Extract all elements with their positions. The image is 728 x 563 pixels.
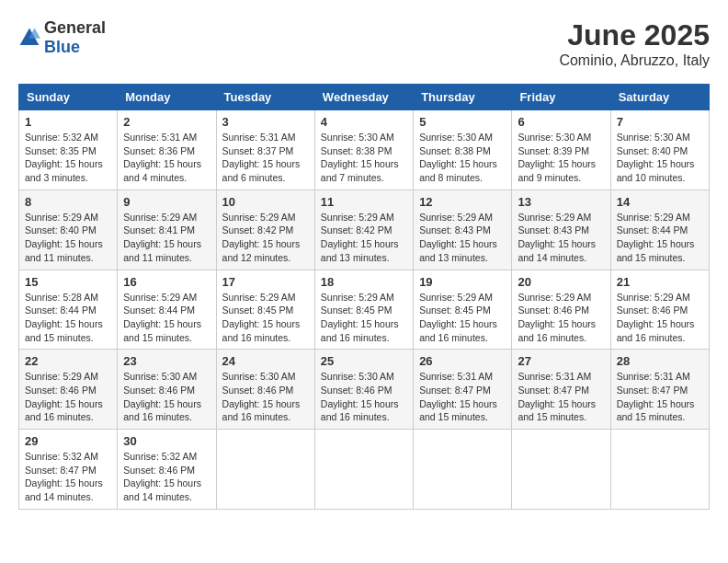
cell-content: 28 Sunrise: 5:31 AMSunset: 8:47 PMDaylig… bbox=[617, 354, 703, 424]
calendar-cell: 10 Sunrise: 5:29 AMSunset: 8:42 PMDaylig… bbox=[216, 190, 314, 270]
day-number: 20 bbox=[518, 275, 604, 289]
cell-content: 16 Sunrise: 5:29 AMSunset: 8:44 PMDaylig… bbox=[123, 275, 210, 345]
column-header-sunday: Sunday bbox=[19, 85, 118, 110]
cell-content: 25 Sunrise: 5:30 AMSunset: 8:46 PMDaylig… bbox=[321, 354, 407, 424]
cell-content: 29 Sunrise: 5:32 AMSunset: 8:47 PMDaylig… bbox=[25, 434, 111, 504]
calendar-cell: 2 Sunrise: 5:31 AMSunset: 8:36 PMDayligh… bbox=[118, 110, 216, 190]
logo-blue: Blue bbox=[44, 38, 80, 56]
cell-details: Sunrise: 5:29 AMSunset: 8:40 PMDaylight:… bbox=[25, 211, 111, 265]
cell-content: 24 Sunrise: 5:30 AMSunset: 8:46 PMDaylig… bbox=[222, 354, 309, 424]
cell-content: 8 Sunrise: 5:29 AMSunset: 8:40 PMDayligh… bbox=[25, 195, 111, 265]
calendar-cell: 7 Sunrise: 5:30 AMSunset: 8:40 PMDayligh… bbox=[610, 110, 709, 190]
cell-content: 7 Sunrise: 5:30 AMSunset: 8:40 PMDayligh… bbox=[617, 115, 703, 185]
cell-content: 10 Sunrise: 5:29 AMSunset: 8:42 PMDaylig… bbox=[222, 195, 309, 265]
cell-details: Sunrise: 5:29 AMSunset: 8:43 PMDaylight:… bbox=[518, 211, 604, 265]
calendar-cell: 5 Sunrise: 5:30 AMSunset: 8:38 PMDayligh… bbox=[414, 110, 512, 190]
day-number: 10 bbox=[222, 195, 309, 209]
day-number: 7 bbox=[617, 115, 703, 129]
calendar-cell: 6 Sunrise: 5:30 AMSunset: 8:39 PMDayligh… bbox=[512, 110, 610, 190]
calendar-cell: 11 Sunrise: 5:29 AMSunset: 8:42 PMDaylig… bbox=[314, 190, 413, 270]
day-number: 27 bbox=[518, 354, 604, 368]
cell-details: Sunrise: 5:29 AMSunset: 8:45 PMDaylight:… bbox=[419, 291, 506, 345]
cell-content: 18 Sunrise: 5:29 AMSunset: 8:45 PMDaylig… bbox=[321, 275, 407, 345]
day-number: 18 bbox=[321, 275, 407, 289]
cell-details: Sunrise: 5:30 AMSunset: 8:39 PMDaylight:… bbox=[518, 131, 604, 185]
calendar-cell: 20 Sunrise: 5:29 AMSunset: 8:46 PMDaylig… bbox=[512, 270, 610, 350]
cell-details: Sunrise: 5:29 AMSunset: 8:45 PMDaylight:… bbox=[321, 291, 407, 345]
calendar-cell: 28 Sunrise: 5:31 AMSunset: 8:47 PMDaylig… bbox=[610, 350, 709, 430]
calendar-week-row: 1 Sunrise: 5:32 AMSunset: 8:35 PMDayligh… bbox=[19, 110, 710, 190]
calendar-cell: 24 Sunrise: 5:30 AMSunset: 8:46 PMDaylig… bbox=[216, 350, 314, 430]
calendar-cell: 17 Sunrise: 5:29 AMSunset: 8:45 PMDaylig… bbox=[216, 270, 314, 350]
calendar-cell: 21 Sunrise: 5:29 AMSunset: 8:46 PMDaylig… bbox=[610, 270, 709, 350]
day-number: 15 bbox=[25, 275, 111, 289]
cell-details: Sunrise: 5:29 AMSunset: 8:46 PMDaylight:… bbox=[617, 291, 703, 345]
day-number: 21 bbox=[617, 275, 703, 289]
calendar-cell: 14 Sunrise: 5:29 AMSunset: 8:44 PMDaylig… bbox=[610, 190, 709, 270]
calendar-week-row: 15 Sunrise: 5:28 AMSunset: 8:44 PMDaylig… bbox=[19, 270, 710, 350]
month-title: June 2025 bbox=[559, 18, 710, 52]
calendar-cell: 25 Sunrise: 5:30 AMSunset: 8:46 PMDaylig… bbox=[314, 350, 413, 430]
calendar-cell: 16 Sunrise: 5:29 AMSunset: 8:44 PMDaylig… bbox=[118, 270, 216, 350]
cell-content: 9 Sunrise: 5:29 AMSunset: 8:41 PMDayligh… bbox=[123, 195, 210, 265]
cell-details: Sunrise: 5:28 AMSunset: 8:44 PMDaylight:… bbox=[25, 291, 111, 345]
day-number: 11 bbox=[321, 195, 407, 209]
cell-content: 1 Sunrise: 5:32 AMSunset: 8:35 PMDayligh… bbox=[25, 115, 111, 185]
calendar-week-row: 22 Sunrise: 5:29 AMSunset: 8:46 PMDaylig… bbox=[19, 350, 710, 430]
cell-content: 22 Sunrise: 5:29 AMSunset: 8:46 PMDaylig… bbox=[25, 354, 111, 424]
cell-details: Sunrise: 5:32 AMSunset: 8:46 PMDaylight:… bbox=[123, 450, 210, 504]
cell-content: 21 Sunrise: 5:29 AMSunset: 8:46 PMDaylig… bbox=[617, 275, 703, 345]
calendar-cell: 1 Sunrise: 5:32 AMSunset: 8:35 PMDayligh… bbox=[19, 110, 118, 190]
calendar-cell: 29 Sunrise: 5:32 AMSunset: 8:47 PMDaylig… bbox=[19, 430, 118, 510]
day-number: 25 bbox=[321, 354, 407, 368]
calendar-week-row: 8 Sunrise: 5:29 AMSunset: 8:40 PMDayligh… bbox=[19, 190, 710, 270]
calendar-header-row: SundayMondayTuesdayWednesdayThursdayFrid… bbox=[19, 85, 710, 110]
logo-text: General Blue bbox=[44, 18, 106, 57]
cell-details: Sunrise: 5:31 AMSunset: 8:47 PMDaylight:… bbox=[419, 370, 506, 424]
column-header-tuesday: Tuesday bbox=[216, 85, 314, 110]
day-number: 26 bbox=[419, 354, 506, 368]
day-number: 1 bbox=[25, 115, 111, 129]
day-number: 16 bbox=[123, 275, 210, 289]
day-number: 14 bbox=[617, 195, 703, 209]
day-number: 23 bbox=[123, 354, 210, 368]
calendar-cell: 13 Sunrise: 5:29 AMSunset: 8:43 PMDaylig… bbox=[512, 190, 610, 270]
day-number: 19 bbox=[419, 275, 506, 289]
cell-details: Sunrise: 5:31 AMSunset: 8:47 PMDaylight:… bbox=[518, 370, 604, 424]
cell-content: 2 Sunrise: 5:31 AMSunset: 8:36 PMDayligh… bbox=[123, 115, 210, 185]
cell-details: Sunrise: 5:30 AMSunset: 8:46 PMDaylight:… bbox=[222, 370, 309, 424]
cell-content: 15 Sunrise: 5:28 AMSunset: 8:44 PMDaylig… bbox=[25, 275, 111, 345]
calendar-cell bbox=[216, 430, 314, 510]
day-number: 8 bbox=[25, 195, 111, 209]
calendar-cell: 23 Sunrise: 5:30 AMSunset: 8:46 PMDaylig… bbox=[118, 350, 216, 430]
calendar-cell bbox=[414, 430, 512, 510]
calendar-cell bbox=[512, 430, 610, 510]
day-number: 24 bbox=[222, 354, 309, 368]
cell-content: 20 Sunrise: 5:29 AMSunset: 8:46 PMDaylig… bbox=[518, 275, 604, 345]
cell-details: Sunrise: 5:29 AMSunset: 8:46 PMDaylight:… bbox=[25, 370, 111, 424]
calendar-cell: 26 Sunrise: 5:31 AMSunset: 8:47 PMDaylig… bbox=[414, 350, 512, 430]
calendar-cell bbox=[610, 430, 709, 510]
cell-content: 27 Sunrise: 5:31 AMSunset: 8:47 PMDaylig… bbox=[518, 354, 604, 424]
cell-content: 11 Sunrise: 5:29 AMSunset: 8:42 PMDaylig… bbox=[321, 195, 407, 265]
day-number: 5 bbox=[419, 115, 506, 129]
column-header-friday: Friday bbox=[512, 85, 610, 110]
cell-content: 12 Sunrise: 5:29 AMSunset: 8:43 PMDaylig… bbox=[419, 195, 506, 265]
calendar-cell: 4 Sunrise: 5:30 AMSunset: 8:38 PMDayligh… bbox=[314, 110, 413, 190]
cell-details: Sunrise: 5:29 AMSunset: 8:42 PMDaylight:… bbox=[222, 211, 309, 265]
cell-content: 19 Sunrise: 5:29 AMSunset: 8:45 PMDaylig… bbox=[419, 275, 506, 345]
cell-details: Sunrise: 5:29 AMSunset: 8:42 PMDaylight:… bbox=[321, 211, 407, 265]
cell-content: 5 Sunrise: 5:30 AMSunset: 8:38 PMDayligh… bbox=[419, 115, 506, 185]
day-number: 3 bbox=[222, 115, 309, 129]
cell-details: Sunrise: 5:29 AMSunset: 8:46 PMDaylight:… bbox=[518, 291, 604, 345]
cell-content: 6 Sunrise: 5:30 AMSunset: 8:39 PMDayligh… bbox=[518, 115, 604, 185]
cell-details: Sunrise: 5:30 AMSunset: 8:40 PMDaylight:… bbox=[617, 131, 703, 185]
calendar-cell bbox=[314, 430, 413, 510]
cell-content: 14 Sunrise: 5:29 AMSunset: 8:44 PMDaylig… bbox=[617, 195, 703, 265]
cell-details: Sunrise: 5:31 AMSunset: 8:37 PMDaylight:… bbox=[222, 131, 309, 185]
day-number: 9 bbox=[123, 195, 210, 209]
title-block: June 2025 Cominio, Abruzzo, Italy bbox=[559, 18, 710, 69]
cell-details: Sunrise: 5:32 AMSunset: 8:35 PMDaylight:… bbox=[25, 131, 111, 185]
cell-content: 23 Sunrise: 5:30 AMSunset: 8:46 PMDaylig… bbox=[123, 354, 210, 424]
cell-details: Sunrise: 5:29 AMSunset: 8:45 PMDaylight:… bbox=[222, 291, 309, 345]
